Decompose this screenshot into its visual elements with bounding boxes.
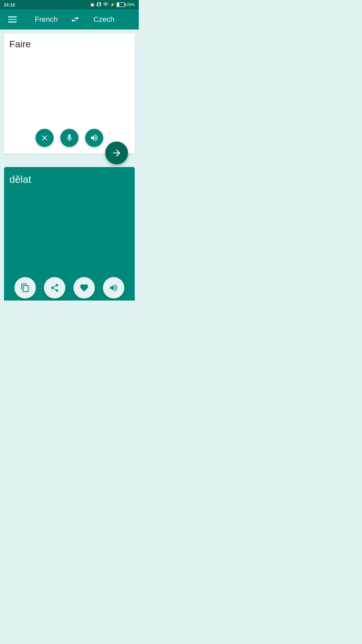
target-speak-button[interactable] — [103, 277, 124, 299]
input-section: Faire — [4, 34, 135, 154]
menu-button[interactable] — [7, 15, 18, 24]
sim-icon — [97, 2, 101, 8]
output-controls — [9, 277, 129, 300]
svg-rect-2 — [117, 3, 119, 7]
source-speak-button[interactable] — [85, 129, 103, 147]
status-bar: 21:12 ⏰ ⚡ 28% — [0, 0, 139, 9]
microphone-button[interactable] — [60, 129, 78, 147]
toolbar: French Czech — [0, 9, 139, 30]
favorite-button[interactable] — [73, 277, 95, 299]
signal-icon — [103, 2, 108, 8]
source-input[interactable]: Faire — [9, 39, 129, 126]
alarm-icon: ⏰ — [90, 2, 95, 7]
translate-button[interactable] — [105, 142, 128, 164]
status-icons: ⏰ ⚡ 28% — [90, 2, 135, 8]
battery-percent: 28% — [127, 2, 135, 7]
svg-rect-1 — [125, 4, 126, 6]
target-language[interactable]: Czech — [82, 15, 125, 24]
share-button[interactable] — [44, 277, 65, 299]
translated-text: dělat — [9, 174, 129, 274]
battery-icon: 28% — [117, 2, 135, 7]
charge-icon: ⚡ — [110, 2, 115, 7]
output-section: dělat — [4, 167, 135, 301]
copy-button[interactable] — [14, 277, 36, 299]
clear-button[interactable] — [36, 129, 54, 147]
swap-languages-button[interactable] — [68, 13, 82, 25]
source-language[interactable]: French — [25, 15, 68, 24]
content-area: Faire — [0, 34, 139, 301]
status-time: 21:12 — [4, 2, 15, 7]
